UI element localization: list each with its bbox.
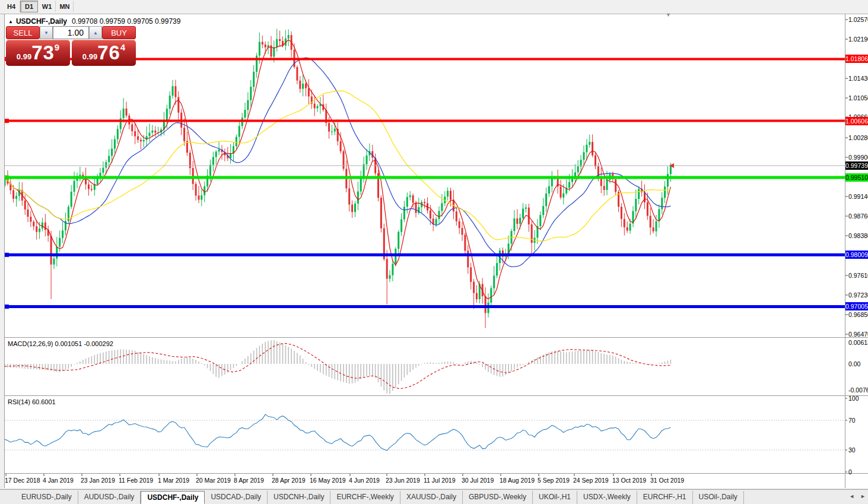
rsi-axis-tick: 0: [848, 468, 852, 476]
date-axis-label: 18 Aug 2019: [500, 477, 535, 484]
price-axis-tick: 1.01430: [848, 75, 868, 82]
price-axis-tick: 0.97230: [848, 291, 868, 299]
date-axis-label: 23 Jan 2019: [81, 477, 115, 484]
price-axis-tick: 0.96470: [848, 331, 868, 338]
buy-price-main: 76: [97, 42, 120, 64]
hline-handle: [5, 253, 9, 257]
volume-input[interactable]: 1.00: [53, 26, 89, 39]
macd-axis-tick: 0.00: [848, 360, 860, 367]
date-axis-label: 20 Mar 2019: [196, 477, 231, 484]
chart-tab-audusd-daily[interactable]: AUDUSD-,Daily: [78, 491, 141, 504]
chart-collapse-icon[interactable]: ▲: [8, 19, 13, 24]
timeframe-toolbar: H4D1W1MN: [2, 1, 74, 13]
date-axis-label: 4 Jun 2019: [349, 477, 380, 484]
date-axis-label: 16 May 2019: [310, 477, 346, 484]
price-axis-tick: 0.97610: [848, 272, 868, 279]
rsi-axis-tick: 70: [848, 417, 856, 424]
chart-tab-eurusd-daily[interactable]: EURUSD-,Daily: [15, 491, 78, 504]
date-axis-label: 31 Oct 2019: [650, 477, 684, 484]
price-level-badge: 0.99510: [845, 173, 868, 182]
price-level-badge: 0.99739: [845, 161, 868, 170]
price-axis-tick: 1.01050: [848, 94, 868, 102]
hline-handle: [5, 305, 9, 309]
rsi-indicator-label: RSI(14) 60.6001: [8, 398, 56, 405]
tab-scroll-right-icon[interactable]: ►: [860, 493, 866, 499]
date-axis-label: 5 Sep 2019: [538, 477, 570, 484]
chart-ohlc-readout: 0.99708 0.99759 0.99705 0.99739: [72, 17, 181, 26]
chevron-down-icon: ▼: [44, 30, 49, 36]
date-axis-label: 24 Sep 2019: [573, 477, 609, 484]
timeframe-button-h4[interactable]: H4: [2, 1, 20, 12]
macd-indicator-label: MACD(12,26,9) 0.001051 -0.000292: [8, 340, 113, 347]
autoscroll-marker-icon[interactable]: ▼: [666, 12, 671, 18]
price-axis-tick: 0.96850: [848, 311, 868, 318]
hline-handle: [5, 119, 9, 123]
chart-tab-usdx-weekly[interactable]: USDX-,Weekly: [577, 491, 637, 504]
chart-tab-usoil-daily[interactable]: USOil-,Daily: [693, 491, 744, 504]
date-axis-label: 11 Jul 2019: [424, 477, 456, 484]
price-axis-tick: 0.98380: [848, 232, 868, 239]
macd-axis-tick: 0.00613: [848, 339, 868, 346]
chart-tab-gbpusd-weekly[interactable]: GBPUSD-,Weekly: [463, 491, 533, 504]
date-axis-label: 23 Jun 2019: [386, 477, 420, 484]
buy-price-button[interactable]: 0.99764: [72, 40, 136, 66]
date-axis-label: 11 Feb 2019: [119, 477, 153, 484]
chart-tab-xauusd-daily[interactable]: XAUUSD-,Daily: [400, 491, 463, 504]
date-axis-label: 30 Jul 2019: [462, 477, 494, 484]
timeframe-button-mn[interactable]: MN: [56, 1, 74, 12]
date-axis-label: 4 Jan 2019: [43, 477, 74, 484]
price-level-badge: 1.01806: [845, 55, 868, 63]
chart-symbol-label: USDCHF-,Daily: [16, 17, 67, 26]
rsi-axis-tick: 30: [848, 446, 856, 454]
price-axis-tick: 0.98760: [848, 213, 868, 220]
chart-tab-eurchf-weekly[interactable]: EURCHF-,Weekly: [330, 491, 400, 504]
sell-price-main: 73: [31, 42, 55, 64]
price-axis-tick: 1.00280: [848, 134, 868, 141]
chevron-up-icon: ▲: [93, 30, 98, 36]
date-axis-label: 13 Oct 2019: [612, 477, 646, 484]
date-axis-label: 8 Apr 2019: [234, 477, 264, 484]
chart-tab-bar: EURUSD-,DailyAUDUSD-,DailyUSDCHF-,DailyU…: [0, 489, 868, 504]
price-axis-tick: 1.02570: [848, 16, 868, 23]
price-axis-tick: 1.02190: [848, 36, 868, 43]
macd-axis-tick: -0.007612: [848, 386, 868, 394]
tab-scroll-left-icon[interactable]: ◄: [849, 493, 854, 499]
price-axis-tick: 0.99900: [848, 154, 868, 161]
price-level-badge: 1.00606: [845, 117, 868, 125]
sell-button[interactable]: SELL: [6, 26, 40, 39]
price-axis-tick: 0.99140: [848, 193, 868, 200]
date-axis-label: 1 Mar 2019: [158, 477, 189, 484]
trading-terminal-window: H4D1W1MN ▲USDCHF-,Daily0.99708 0.99759 0…: [0, 0, 868, 504]
volume-increase-button[interactable]: ▲: [89, 26, 102, 39]
date-axis-label: 28 Apr 2019: [272, 477, 306, 484]
volume-decrease-button[interactable]: ▼: [40, 26, 53, 39]
chart-tab-ukoil-h1[interactable]: UKOil-,H1: [533, 491, 577, 504]
sell-price-button[interactable]: 0.99739: [6, 40, 70, 66]
chart-tab-usdcnh-daily[interactable]: USDCNH-,Daily: [268, 491, 330, 504]
price-level-badge: 0.98009: [845, 251, 868, 259]
chart-tab-usdcad-daily[interactable]: USDCAD-,Daily: [205, 491, 268, 504]
buy-price-pip: 4: [120, 42, 125, 52]
buy-price-prefix: 0.99: [82, 52, 97, 61]
chart-title: ▲USDCHF-,Daily0.99708 0.99759 0.99705 0.…: [8, 17, 180, 26]
chart-tab-eurchf-h1[interactable]: EURCHF-,H1: [637, 491, 693, 504]
hline-handle: [5, 175, 9, 179]
chart-canvas[interactable]: [0, 0, 868, 504]
one-click-trading-panel: SELL ▼ 1.00 ▲ BUY 0.99739 0.99764: [6, 26, 136, 66]
rsi-axis-tick: 100: [848, 395, 859, 402]
sell-price-pip: 9: [55, 42, 59, 52]
buy-button[interactable]: BUY: [102, 26, 136, 39]
price-level-badge: 0.97005: [845, 302, 868, 310]
timeframe-button-d1[interactable]: D1: [20, 1, 38, 12]
sell-price-prefix: 0.99: [17, 52, 31, 61]
timeframe-button-w1[interactable]: W1: [38, 1, 56, 12]
date-axis-label: 17 Dec 2018: [5, 477, 40, 484]
chart-tab-usdchf-daily[interactable]: USDCHF-,Daily: [141, 491, 205, 504]
